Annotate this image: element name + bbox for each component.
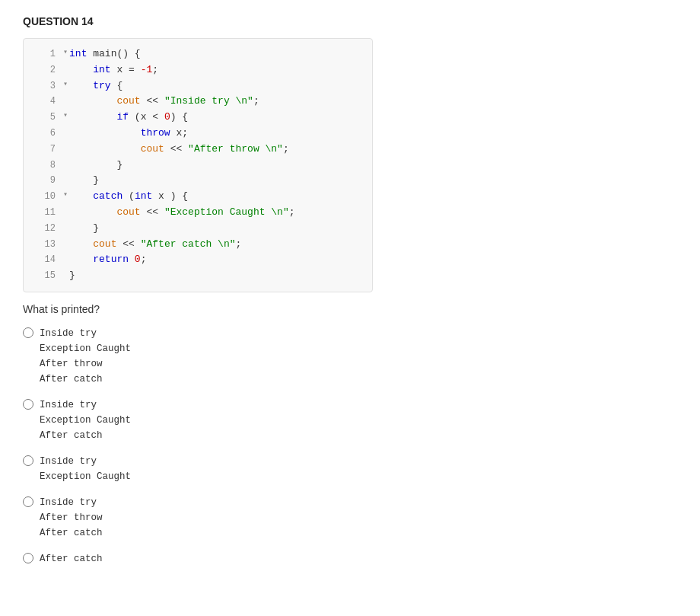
code-line-5: 5 ▾ if (x < 0) { <box>34 110 361 126</box>
code-line-6: 6 throw x; <box>34 126 361 142</box>
option-4[interactable]: Inside tryAfter throwAfter catch <box>23 495 677 541</box>
line-num-13: 13 <box>34 237 56 252</box>
line-num-11: 11 <box>34 205 56 220</box>
code-line-10: 10 ▾ catch (int x ) { <box>34 189 361 205</box>
question-text: What is printed? <box>23 303 677 315</box>
line-num-6: 6 <box>34 126 56 141</box>
code-block: 1 ▾ int main() { 2 int x = -1; 3 ▾ try {… <box>23 38 373 292</box>
question-title: QUESTION 14 <box>23 15 677 27</box>
line-num-10: 10 <box>34 189 56 204</box>
code-line-9: 9 } <box>34 173 361 189</box>
code-line-8: 8 } <box>34 158 361 174</box>
option-3[interactable]: Inside tryException Caught <box>23 454 677 484</box>
radio-opt3[interactable] <box>23 455 33 466</box>
option-4-text: Inside tryAfter throwAfter catch <box>40 495 103 541</box>
line-num-4: 4 <box>34 94 56 109</box>
line-num-9: 9 <box>34 173 56 188</box>
radio-opt4[interactable] <box>23 496 33 507</box>
code-line-2: 2 int x = -1; <box>34 62 361 78</box>
line-num-15: 15 <box>34 268 56 283</box>
code-line-7: 7 cout << "After throw \n"; <box>34 142 361 158</box>
radio-opt1[interactable] <box>23 327 33 338</box>
radio-opt2[interactable] <box>23 399 33 410</box>
option-1-text: Inside tryException CaughtAfter throwAft… <box>40 326 131 387</box>
option-2-text: Inside tryException CaughtAfter catch <box>40 397 131 443</box>
line-num-14: 14 <box>34 252 56 267</box>
code-line-12: 12 } <box>34 221 361 237</box>
option-5-text: After catch <box>40 551 103 567</box>
line-num-1: 1 <box>34 46 56 62</box>
line-num-7: 7 <box>34 142 56 157</box>
radio-opt5[interactable] <box>23 553 33 563</box>
question-container: QUESTION 14 1 ▾ int main() { 2 int x = -… <box>23 15 677 567</box>
code-line-15: 15 } <box>34 268 361 284</box>
line-num-8: 8 <box>34 158 56 173</box>
code-line-4: 4 cout << "Inside try \n"; <box>34 94 361 110</box>
line-num-12: 12 <box>34 221 56 236</box>
line-num-3: 3 <box>34 78 56 94</box>
code-line-14: 14 return 0; <box>34 252 361 268</box>
option-3-text: Inside tryException Caught <box>40 454 131 484</box>
option-1[interactable]: Inside tryException CaughtAfter throwAft… <box>23 326 677 387</box>
code-line-13: 13 cout << "After catch \n"; <box>34 237 361 253</box>
options-group: Inside tryException CaughtAfter throwAft… <box>23 326 677 567</box>
option-2[interactable]: Inside tryException CaughtAfter catch <box>23 397 677 443</box>
option-5[interactable]: After catch <box>23 551 677 567</box>
line-num-2: 2 <box>34 62 56 78</box>
code-line-1: 1 ▾ int main() { <box>34 46 361 62</box>
line-num-5: 5 <box>34 110 56 125</box>
code-line-3: 3 ▾ try { <box>34 78 361 94</box>
code-line-11: 11 cout << "Exception Caught \n"; <box>34 205 361 221</box>
